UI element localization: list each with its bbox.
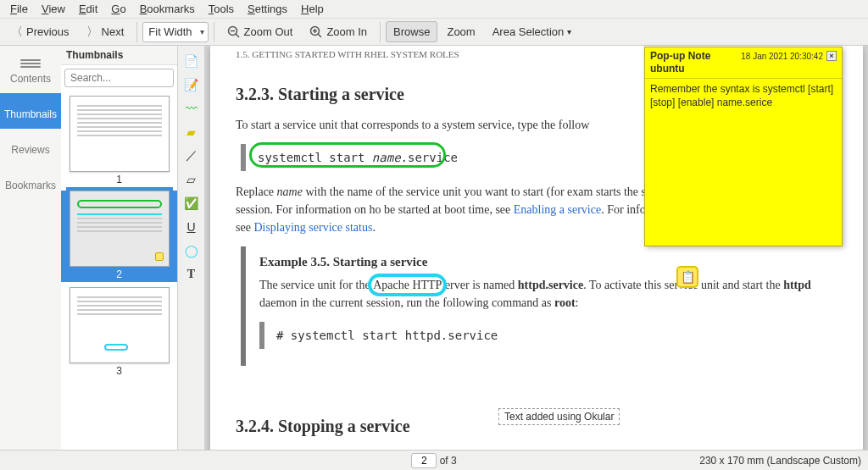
typewriter-icon: T (187, 268, 195, 281)
next-label: Next (102, 25, 125, 38)
chevron-left-icon: 〈 (11, 25, 23, 40)
zoom-out-icon (227, 25, 241, 39)
underline-icon: U (186, 220, 195, 234)
polygon-icon: ▱ (186, 173, 196, 186)
thumbnail-2[interactable]: 2 (61, 191, 177, 282)
zoom-in-label: Zoom In (326, 25, 367, 38)
note-annotation-button[interactable]: 📄 (181, 51, 202, 71)
p2b: name (277, 185, 303, 198)
popup-note-title: Pop-up Note (650, 50, 710, 62)
prev-button[interactable]: 〈Previous (3, 20, 77, 44)
zoom-fit-label: Fit Width (148, 25, 192, 38)
thumbnail-1[interactable]: 1 (61, 96, 177, 185)
menu-settings[interactable]: Settings (241, 1, 294, 17)
menu-edit[interactable]: Edit (72, 1, 104, 17)
side-panel-tabs: Contents Thumbnails Reviews Bookmarks (0, 46, 61, 450)
inline-note-icon: 📝 (184, 78, 198, 91)
contents-label: Contents (10, 73, 51, 85)
menu-view[interactable]: View (35, 1, 72, 17)
thumbnails-tab[interactable]: Thumbnails (0, 93, 61, 129)
cmd-part-c: .service (401, 151, 458, 164)
line-button[interactable]: ／ (181, 146, 202, 166)
ellipse-annotation-cyan: Apache HTTP (373, 276, 442, 294)
example-35: Example 3.5. Starting a service The serv… (241, 246, 837, 366)
underline-button[interactable]: U (181, 217, 202, 237)
page-header-left: 1.5. GETTING STARTED WITH RHEL SYSTEM RO… (236, 49, 459, 59)
zoom-in-button[interactable]: Zoom In (302, 21, 375, 43)
area-label: Area Selection (492, 25, 565, 38)
reviews-tab[interactable]: Reviews (0, 129, 61, 164)
next-button[interactable]: 〉Next (79, 20, 132, 44)
ex-httpd2: httpd (783, 279, 811, 291)
typewriter-button[interactable]: T (181, 264, 202, 285)
code-start-httpd: # systemctl start httpd.service (259, 322, 824, 349)
typewriter-annotation[interactable]: Text added using Okular (498, 408, 620, 425)
exa: The service unit for the (259, 279, 373, 291)
p2a: Replace (236, 185, 277, 198)
area-selection-button[interactable]: Area Selection ▾ (485, 21, 580, 42)
chevron-right-icon: 〉 (86, 25, 98, 40)
link-enabling-service[interactable]: Enabling a service (514, 203, 601, 216)
zoom-tool-button[interactable]: Zoom (439, 21, 482, 42)
freehand-button[interactable]: 〰 (181, 98, 202, 119)
menu-bookmarks[interactable]: Bookmarks (133, 1, 202, 17)
note-icon: 📄 (184, 54, 198, 68)
ex-root: root (554, 296, 576, 309)
close-icon: × (829, 52, 833, 60)
thumbnail-3[interactable]: 3 (61, 287, 177, 377)
cmd-part-b: name (372, 151, 401, 164)
thumb-1-num: 1 (116, 174, 122, 185)
svg-line-4 (318, 34, 321, 37)
exe: : (576, 296, 579, 309)
browse-label: Browse (393, 25, 430, 38)
zoom-out-button[interactable]: Zoom Out (220, 21, 301, 43)
contents-tab[interactable]: Contents (0, 46, 61, 93)
ex-httpd: httpd.service (518, 279, 583, 291)
exb: erver is named (445, 279, 518, 291)
highlighter-button[interactable]: ▰ (181, 122, 202, 142)
statusbar: of 3 230 x 170 mm (Landscape Custom) (0, 450, 868, 470)
popup-note-author: ubuntu (645, 63, 842, 76)
menubar: FFileile View Edit Go Bookmarks Tools Se… (0, 0, 868, 19)
thumbnails-header: Thumbnails (61, 46, 177, 65)
zoom-out-label: Zoom Out (244, 25, 293, 38)
freehand-icon: 〰 (186, 102, 198, 115)
popup-note-body[interactable]: Remember the syntax is systemctl [start]… (645, 78, 842, 113)
popup-note-date: 18 Jan 2021 20:30:42 (741, 52, 823, 61)
polygon-button[interactable]: ▱ (181, 169, 202, 190)
annotation-toolbar: 📄 📝 〰 ▰ ／ ▱ ✅ U ◯ T (178, 46, 205, 450)
menu-help[interactable]: Help (294, 1, 331, 17)
popup-note-close-button[interactable]: × (826, 51, 837, 61)
page-number-input[interactable] (411, 453, 437, 468)
ellipse-button[interactable]: ◯ (181, 241, 202, 261)
exd: daemon in the current session, run the f… (259, 296, 554, 309)
stamp-button[interactable]: ✅ (181, 193, 202, 213)
main-toolbar: 〈Previous 〉Next Fit Width Zoom Out Zoom … (0, 19, 868, 46)
link-displaying-status[interactable]: Displaying service status (253, 221, 372, 234)
thumbnails-list: 1 2 3 (61, 91, 177, 450)
highlighter-icon: ▰ (186, 125, 196, 139)
example-para: The service unit for the Apache HTTP erv… (259, 276, 824, 312)
prev-label: Previous (26, 25, 70, 38)
contents-icon (20, 59, 41, 69)
thumbnail-search-input[interactable] (64, 69, 174, 87)
ex-apache: Apache HTTP (373, 279, 442, 291)
cmd-part-a: systemctl start (258, 151, 372, 164)
menu-file[interactable]: FFileile (3, 1, 35, 17)
popup-note-marker-icon[interactable]: 📋 (676, 266, 698, 288)
browse-tool-button[interactable]: Browse (386, 21, 437, 42)
p2e: . (372, 221, 376, 234)
menu-tools[interactable]: Tools (202, 1, 241, 17)
ex-cmd: # systemctl start httpd.service (276, 329, 498, 342)
page-dimensions: 230 x 170 mm (Landscape Custom) (699, 455, 861, 467)
menu-go[interactable]: Go (104, 1, 132, 17)
svg-line-1 (236, 34, 239, 37)
inline-note-button[interactable]: 📝 (181, 75, 202, 95)
bookmarks-tab[interactable]: Bookmarks (0, 164, 61, 200)
ellipse-icon: ◯ (185, 244, 198, 257)
popup-note[interactable]: Pop-up Note 18 Jan 2021 20:30:42 × ubunt… (644, 47, 843, 246)
thumbnails-label: Thumbnails (4, 108, 57, 120)
of-label: of (440, 455, 448, 467)
zoom-fit-select[interactable]: Fit Width (142, 22, 208, 42)
total-pages: 3 (451, 455, 457, 467)
